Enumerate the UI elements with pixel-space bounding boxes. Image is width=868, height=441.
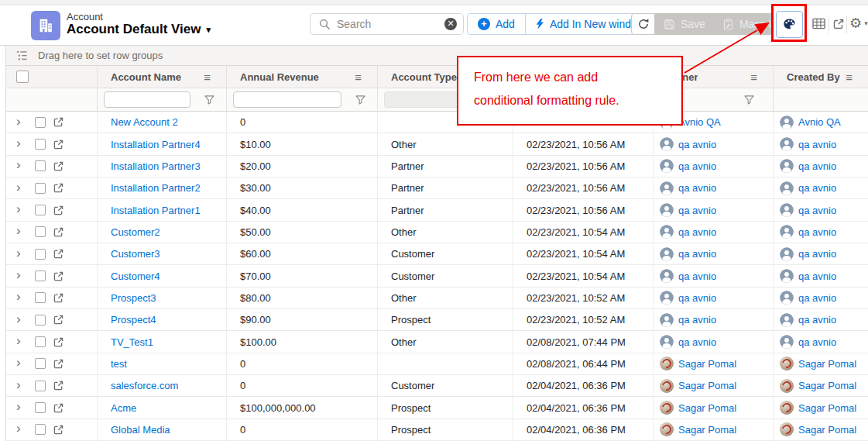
row-expand-chevron[interactable]: ›	[16, 356, 24, 369]
filter-funnel-icon[interactable]	[204, 95, 214, 105]
row-expand-chevron[interactable]: ›	[16, 246, 24, 260]
row-checkbox[interactable]	[35, 402, 46, 413]
select-all-checkbox[interactable]	[16, 71, 29, 83]
open-record-icon[interactable]	[53, 271, 63, 281]
open-in-new-button[interactable]	[833, 19, 844, 29]
owner-link[interactable]: qa avnio	[678, 336, 716, 348]
filter-input-revenue[interactable]	[233, 91, 341, 108]
created-by-link[interactable]: qa avnio	[798, 270, 836, 282]
created-by-link[interactable]: qa avnio	[798, 314, 836, 326]
refresh-button[interactable]	[631, 13, 655, 35]
row-checkbox[interactable]	[35, 292, 46, 303]
table-columns-button[interactable]	[812, 18, 825, 29]
owner-link[interactable]: qa avnio	[678, 292, 716, 304]
account-name-link[interactable]: Installation Partner1	[111, 205, 201, 216]
row-checkbox[interactable]	[35, 336, 46, 347]
filter-funnel-icon[interactable]	[355, 95, 365, 105]
save-button[interactable]: Save	[655, 18, 714, 30]
account-name-link[interactable]: Global Media	[111, 424, 170, 436]
row-checkbox[interactable]	[35, 160, 46, 171]
column-menu-icon[interactable]: ≡	[204, 71, 211, 84]
account-name-link[interactable]: Prospect4	[111, 314, 156, 326]
row-checkbox[interactable]	[35, 270, 46, 281]
row-expand-chevron[interactable]: ›	[16, 224, 24, 237]
account-name-link[interactable]: Installation Partner3	[111, 160, 201, 172]
created-by-link[interactable]: Sagar Pomal	[798, 402, 856, 414]
open-record-icon[interactable]	[53, 205, 63, 215]
owner-link[interactable]: qa avnio	[678, 139, 716, 150]
owner-link[interactable]: qa avnio	[678, 248, 716, 260]
owner-link[interactable]: qa avnio	[678, 270, 716, 282]
owner-link[interactable]: Sagar Pomal	[678, 358, 736, 370]
row-checkbox[interactable]	[35, 183, 46, 194]
row-checkbox[interactable]	[35, 424, 46, 435]
created-by-link[interactable]: qa avnio	[798, 182, 836, 194]
open-record-icon[interactable]	[53, 315, 63, 325]
settings-button[interactable]: ⚙ ▾	[849, 15, 868, 32]
owner-link[interactable]: qa avnio	[678, 182, 716, 194]
account-name-link[interactable]: salesforce.com	[111, 380, 178, 391]
row-expand-chevron[interactable]: ›	[16, 181, 24, 194]
row-expand-chevron[interactable]: ›	[16, 312, 24, 326]
created-by-link[interactable]: qa avnio	[798, 336, 836, 348]
row-expand-chevron[interactable]: ›	[16, 400, 24, 413]
row-checkbox[interactable]	[35, 205, 46, 215]
search-box[interactable]: ✕	[310, 13, 464, 35]
created-by-link[interactable]: qa avnio	[798, 292, 836, 304]
account-name-link[interactable]: New Account 2	[111, 116, 178, 128]
owner-link[interactable]: Sagar Pomal	[678, 424, 736, 436]
row-expand-chevron[interactable]: ›	[16, 202, 24, 215]
row-checkbox[interactable]	[35, 139, 46, 150]
open-record-icon[interactable]	[53, 183, 63, 193]
column-menu-icon[interactable]: ≡	[750, 71, 757, 84]
created-by-link[interactable]: Sagar Pomal	[798, 424, 856, 436]
owner-link[interactable]: Avnio QA	[678, 116, 721, 128]
row-expand-chevron[interactable]: ›	[16, 136, 24, 150]
filter-input-name[interactable]	[104, 91, 190, 108]
open-record-icon[interactable]	[53, 359, 63, 369]
owner-link[interactable]: Sagar Pomal	[678, 402, 736, 414]
row-checkbox[interactable]	[35, 381, 46, 391]
column-menu-icon[interactable]: ≡	[355, 71, 362, 84]
created-by-link[interactable]: qa avnio	[798, 248, 836, 260]
open-record-icon[interactable]	[53, 161, 63, 171]
account-name-link[interactable]: Customer2	[111, 226, 160, 238]
owner-link[interactable]: qa avnio	[678, 160, 716, 172]
open-record-icon[interactable]	[53, 249, 63, 259]
row-expand-chevron[interactable]: ›	[16, 290, 24, 303]
open-record-icon[interactable]	[53, 425, 63, 435]
created-by-link[interactable]: qa avnio	[798, 160, 836, 172]
account-name-link[interactable]: Installation Partner4	[111, 139, 201, 150]
account-name-link[interactable]: Customer3	[111, 248, 160, 260]
open-record-icon[interactable]	[53, 403, 63, 413]
open-record-icon[interactable]	[53, 381, 63, 391]
row-group-panel[interactable]: Drag here to set row groups	[6, 46, 868, 66]
created-by-link[interactable]: qa avnio	[798, 226, 836, 238]
search-input[interactable]	[337, 18, 438, 30]
owner-link[interactable]: Sagar Pomal	[678, 380, 736, 391]
owner-link[interactable]: qa avnio	[678, 314, 716, 326]
open-record-icon[interactable]	[53, 227, 63, 237]
account-name-link[interactable]: Prospect3	[111, 292, 156, 304]
account-name-link[interactable]: TV_Test1	[111, 336, 153, 348]
open-record-icon[interactable]	[53, 337, 63, 347]
mass-update-button[interactable]: Mass Update	[714, 18, 773, 30]
add-button[interactable]: + Add	[468, 14, 525, 34]
clear-search-icon[interactable]: ✕	[444, 18, 457, 30]
owner-link[interactable]: qa avnio	[678, 226, 716, 238]
row-expand-chevron[interactable]: ›	[16, 422, 24, 435]
row-checkbox[interactable]	[35, 117, 46, 128]
open-record-icon[interactable]	[53, 293, 63, 303]
row-expand-chevron[interactable]: ›	[16, 268, 24, 281]
conditional-formatting-button[interactable]	[776, 11, 803, 38]
row-checkbox[interactable]	[35, 249, 46, 260]
row-checkbox[interactable]	[35, 226, 46, 237]
row-expand-chevron[interactable]: ›	[16, 378, 24, 391]
account-name-link[interactable]: Installation Partner2	[111, 182, 201, 194]
row-checkbox[interactable]	[35, 315, 46, 326]
row-checkbox[interactable]	[35, 358, 46, 369]
row-expand-chevron[interactable]: ›	[16, 158, 24, 171]
open-record-icon[interactable]	[53, 140, 63, 150]
view-selector[interactable]: Account Default View ▾	[67, 22, 211, 37]
row-expand-chevron[interactable]: ›	[16, 334, 24, 347]
